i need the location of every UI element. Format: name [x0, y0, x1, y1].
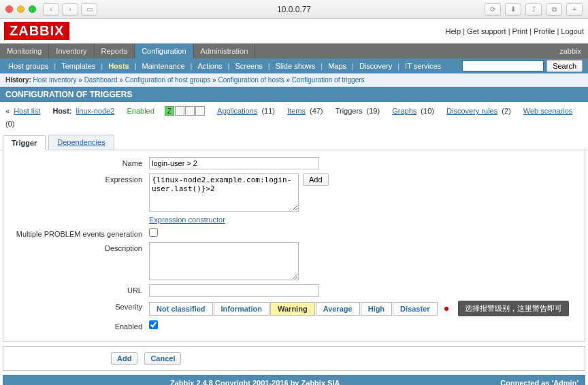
- host-label: Host:: [52, 107, 71, 115]
- expression-label: Expression: [9, 173, 149, 212]
- menu-configuration[interactable]: Configuration: [135, 44, 193, 58]
- add-button[interactable]: Add: [111, 352, 137, 365]
- tab-trigger[interactable]: Trigger: [3, 135, 46, 150]
- submenu-slideshows[interactable]: Slide shows: [270, 62, 321, 70]
- sev-average[interactable]: Average: [316, 302, 360, 316]
- name-label: Name: [9, 157, 149, 169]
- expression-textarea[interactable]: {linux-node2.example.com:login-user.last…: [149, 173, 299, 212]
- logo-bar: ZABBIX Help | Get support | Print | Prof…: [0, 19, 588, 44]
- browser-chrome: ‹ › ▭ 10.0.0.77 ⟳ ⬇ ⤴ ⧉ +: [0, 0, 588, 19]
- history-bar: History: Host inventory » Dashboard » Co…: [0, 73, 588, 87]
- history-confhosts[interactable]: Configuration of hosts: [218, 76, 284, 84]
- history-conftriggers[interactable]: Configuration of triggers: [292, 76, 365, 84]
- reload-icon[interactable]: ⟳: [485, 3, 501, 16]
- availability-icons: Z: [165, 106, 205, 116]
- severity-buttons: Not classified Information Warning Avera…: [149, 302, 438, 316]
- menu-administration[interactable]: Administration: [194, 44, 256, 58]
- trigger-form: Name Expression {linux-node2.example.com…: [3, 150, 585, 342]
- name-input[interactable]: [149, 157, 319, 169]
- menu-monitoring[interactable]: Monitoring: [0, 44, 49, 58]
- tab-dependencies[interactable]: Dependencies: [48, 135, 114, 150]
- host-enabled: Enabled: [127, 107, 154, 115]
- cancel-button[interactable]: Cancel: [144, 352, 181, 365]
- help-link[interactable]: Help: [445, 27, 461, 35]
- expression-constructor-link[interactable]: Expression constructor: [149, 216, 225, 224]
- submenu-templates[interactable]: Templates: [56, 62, 101, 70]
- submenu-hosts[interactable]: Hosts: [103, 62, 135, 70]
- description-textarea[interactable]: [149, 242, 299, 280]
- copyright: Zabbix 2.4.8 Copyright 2001-2016 by Zabb…: [10, 379, 500, 385]
- submenu-itservices[interactable]: IT services: [399, 62, 446, 70]
- logout-link[interactable]: Logout: [561, 27, 584, 35]
- section-header: CONFIGURATION OF TRIGGERS: [0, 87, 588, 102]
- enabled-checkbox[interactable]: [149, 320, 158, 329]
- description-label: Description: [9, 242, 149, 280]
- multiple-label: Multiple PROBLEM events generation: [9, 228, 149, 238]
- sev-notclassified[interactable]: Not classified: [149, 302, 213, 316]
- footer: Zabbix 2.4.8 Copyright 2001-2016 by Zabb…: [3, 375, 585, 385]
- items-link[interactable]: Items: [287, 107, 306, 115]
- history-hostinventory[interactable]: Host inventory: [33, 76, 77, 84]
- profile-link[interactable]: Profile: [534, 27, 555, 35]
- multiple-checkbox[interactable]: [149, 228, 158, 237]
- print-link[interactable]: Print: [512, 27, 528, 35]
- add-tab-icon[interactable]: +: [566, 3, 583, 16]
- url-label: URL: [9, 284, 149, 297]
- zbx-avail-icon: Z: [165, 106, 174, 116]
- window-controls: [5, 5, 36, 13]
- applications-link[interactable]: Applications: [217, 107, 257, 115]
- host-name-link[interactable]: linux-node2: [76, 107, 114, 115]
- search-button[interactable]: Search: [546, 60, 583, 72]
- search-input[interactable]: [462, 61, 544, 71]
- connected-as: Connected as 'Admin': [500, 379, 578, 385]
- support-link[interactable]: Get support: [467, 27, 506, 35]
- url-input[interactable]: [149, 284, 319, 297]
- download-icon[interactable]: ⬇: [505, 3, 521, 16]
- submenu-hostgroups[interactable]: Host groups: [3, 62, 54, 70]
- history-confhostgroups[interactable]: Configuration of host groups: [125, 76, 211, 84]
- forward-button[interactable]: ›: [62, 3, 78, 16]
- hostlist-link[interactable]: Host list: [14, 107, 40, 115]
- zabbix-logo: ZABBIX: [4, 22, 69, 40]
- snmp-avail-icon: [175, 106, 184, 116]
- top-links: Help | Get support | Print | Profile | L…: [445, 27, 584, 35]
- back-button[interactable]: ‹: [43, 3, 59, 16]
- submenu-discovery[interactable]: Discovery: [354, 62, 397, 70]
- history-label: History:: [5, 76, 31, 84]
- sidebar-button[interactable]: ▭: [81, 3, 97, 16]
- ipmi-avail-icon: [195, 106, 205, 116]
- submenu-screens[interactable]: Screens: [229, 62, 267, 70]
- user-label: zabbix: [553, 47, 588, 55]
- menu-inventory[interactable]: Inventory: [49, 44, 94, 58]
- severity-label: Severity: [9, 301, 149, 316]
- button-bar: Add Cancel: [3, 346, 585, 371]
- submenu-maps[interactable]: Maps: [323, 62, 352, 70]
- sev-disaster[interactable]: Disaster: [393, 302, 437, 316]
- maximize-window[interactable]: [29, 5, 36, 13]
- host-bar: « Host list Host: linux-node2 Enabled Z …: [0, 102, 588, 132]
- minimize-window[interactable]: [17, 5, 24, 13]
- enabled-label: Enabled: [9, 320, 149, 331]
- severity-tooltip: 选择报警级别，这里警告即可: [458, 301, 569, 316]
- history-dashboard[interactable]: Dashboard: [84, 76, 118, 84]
- close-window[interactable]: [5, 5, 13, 13]
- discovery-link[interactable]: Discovery rules: [446, 107, 497, 115]
- web-link[interactable]: Web scenarios: [523, 107, 573, 115]
- add-expression-button[interactable]: Add: [303, 173, 329, 186]
- sub-menu: Host groups| Templates| Hosts| Maintenan…: [0, 58, 588, 73]
- jmx-avail-icon: [185, 106, 195, 116]
- sev-high[interactable]: High: [361, 302, 392, 316]
- sev-information[interactable]: Information: [214, 302, 270, 316]
- sev-warning[interactable]: Warning: [270, 302, 315, 316]
- tabs: Trigger Dependencies: [0, 132, 588, 150]
- main-menu: Monitoring Inventory Reports Configurati…: [0, 44, 588, 58]
- url-display[interactable]: 10.0.0.77: [277, 5, 311, 14]
- submenu-actions[interactable]: Actions: [192, 62, 227, 70]
- submenu-maintenance[interactable]: Maintenance: [137, 62, 191, 70]
- menu-reports[interactable]: Reports: [95, 44, 135, 58]
- annotation-dot-icon: [444, 307, 448, 311]
- tabs-icon[interactable]: ⧉: [546, 3, 562, 16]
- triggers-label: Triggers: [336, 107, 363, 115]
- share-icon[interactable]: ⤴: [525, 3, 542, 16]
- graphs-link[interactable]: Graphs: [392, 107, 416, 115]
